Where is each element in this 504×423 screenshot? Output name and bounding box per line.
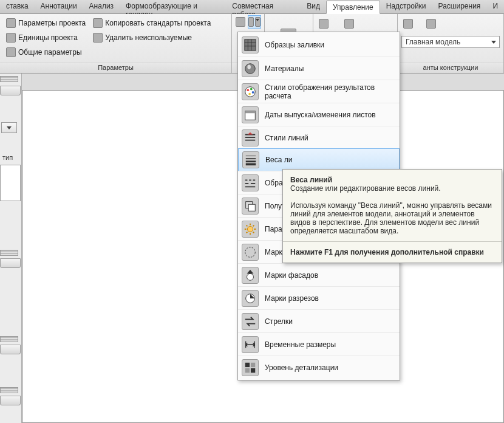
tooltip-line-weights: Веса линий Создание или редактирование в…	[282, 169, 502, 263]
panel-type-label: тип	[2, 154, 13, 161]
misc2-a[interactable]	[317, 17, 330, 30]
menu-item-fill-patterns[interactable]: Образцы заливки	[238, 33, 400, 57]
grid-icon	[344, 19, 354, 29]
svg-rect-0	[245, 40, 256, 50]
tooltip-f1: Нажмите F1 для получения дополнительной …	[290, 248, 484, 256]
units-icon	[6, 33, 16, 43]
menu-item-analysis-styles[interactable]: Стили отображения результатов расчета	[238, 80, 400, 103]
menu-item-sheet-dates[interactable]: Даты выпуска/изменения листов	[238, 103, 400, 126]
label: Марки разрезов	[265, 294, 319, 303]
tab-addins[interactable]: Надстройки	[380, 0, 432, 14]
svg-point-14	[247, 273, 254, 280]
menu-item-detail-level[interactable]: Уровень детализации	[238, 356, 400, 379]
panel-tab[interactable]	[0, 86, 21, 95]
palette-icon	[242, 83, 259, 100]
label: Марки фасадов	[265, 271, 318, 280]
menu-item-temp-dims[interactable]: Временные размеры	[238, 332, 400, 356]
ribbon-tabs: ставка Аннотации Анализ Формообразующие …	[0, 0, 504, 14]
tab-massing[interactable]: Формообразующие и генплан	[120, 0, 226, 14]
label: Временные размеры	[265, 340, 336, 349]
group-title-design-options: анты конструкции	[398, 63, 503, 73]
shared-parameters-button[interactable]: Общие параметры	[4, 46, 88, 59]
params-icon	[6, 18, 16, 28]
panel-content	[0, 165, 21, 201]
label: Веса ли	[265, 156, 292, 164]
shared-icon	[6, 47, 16, 57]
panel-divider-3[interactable]	[0, 387, 18, 393]
panel-tab-2[interactable]	[0, 258, 21, 268]
panel-tab-3[interactable]	[0, 345, 21, 354]
sphere-icon	[242, 60, 259, 77]
panel-tab-4[interactable]	[0, 396, 21, 405]
gear-icon	[236, 17, 245, 27]
menu-item-section-tags[interactable]: Марки разрезов	[238, 286, 400, 309]
svg-rect-9	[245, 111, 256, 113]
ribbon-group-parameters: Параметры проекта Единицы проекта Общие …	[0, 14, 232, 73]
dim-icon	[242, 336, 259, 353]
svg-point-13	[245, 247, 256, 257]
label: Параметры проекта	[18, 19, 86, 27]
opt-b-icon	[426, 19, 436, 29]
chevron-down-icon	[255, 17, 261, 27]
label: Стрелки	[265, 317, 293, 326]
menu-item-materials[interactable]: Материалы	[238, 57, 400, 80]
opt-b[interactable]	[424, 17, 438, 30]
weights-icon	[242, 151, 259, 168]
svg-rect-18	[245, 368, 250, 372]
tab-extensions[interactable]: Расширения	[432, 0, 487, 14]
label: Единицы проекта	[18, 33, 78, 42]
label: Образцы заливки	[265, 41, 324, 49]
label: Стили линий	[265, 134, 308, 142]
elev-icon	[242, 267, 259, 284]
settings-icon	[248, 17, 254, 27]
sun-icon	[242, 221, 259, 238]
tab-insert[interactable]: ставка	[0, 0, 35, 14]
menu-item-line-styles[interactable]: Стили линий	[238, 126, 400, 149]
project-units-button[interactable]: Единицы проекта	[4, 31, 88, 44]
design-option-combo[interactable]: Главная модель	[401, 36, 500, 48]
svg-rect-17	[251, 362, 255, 366]
dashed-icon	[242, 174, 259, 191]
label: Даты выпуска/изменения листов	[265, 111, 376, 119]
svg-point-12	[247, 226, 253, 232]
tab-cut[interactable]: И	[486, 0, 504, 14]
hatch-icon	[242, 36, 259, 53]
svg-point-2	[247, 64, 251, 69]
project-parameters-button[interactable]: Параметры проекта	[4, 16, 88, 30]
group-title-parameters: Параметры	[0, 63, 231, 73]
detail-icon	[242, 359, 259, 376]
tab-collaborate[interactable]: Совместная работа	[226, 0, 301, 14]
properties-sidebar: тип	[0, 74, 22, 423]
misc2-b[interactable]	[342, 17, 356, 30]
svg-point-6	[252, 91, 254, 94]
tooltip-title: Веса линий	[290, 176, 332, 184]
tab-analysis[interactable]: Анализ	[83, 0, 120, 14]
purge-unused-button[interactable]: Удалить неиспользуемые	[90, 31, 213, 44]
halftone-icon	[242, 198, 259, 215]
panel-divider-2[interactable]	[0, 336, 18, 342]
svg-rect-16	[245, 362, 250, 366]
ribbon-group-design-options: Главная модель анты конструкции	[398, 14, 504, 73]
tab-annotations[interactable]: Аннотации	[35, 0, 83, 14]
label: Удалить неиспользуемые	[105, 33, 192, 42]
label: Уровень детализации	[265, 363, 338, 372]
tag-icon	[242, 244, 259, 261]
svg-rect-19	[251, 368, 255, 372]
tab-manage[interactable]: Управление	[326, 1, 380, 14]
menu-item-elevation-tags[interactable]: Марки фасадов	[238, 263, 400, 286]
panel-divider-1[interactable]	[0, 250, 18, 256]
transfer-standards-button[interactable]: Копировать стандарты проекта	[90, 16, 213, 30]
label: Стили отображения результатов расчета	[265, 83, 392, 100]
panel-handle[interactable]	[0, 76, 18, 82]
calendar-icon	[242, 106, 259, 123]
settings-btn-a[interactable]	[236, 15, 245, 29]
menu-item-line-weights[interactable]: Веса ли	[238, 148, 400, 171]
tab-view[interactable]: Вид	[301, 0, 326, 14]
panel-type-dd[interactable]	[1, 122, 17, 133]
additional-settings-button[interactable]	[248, 15, 261, 29]
list-icon	[319, 19, 329, 29]
svg-point-1	[245, 63, 256, 74]
opt-a[interactable]	[401, 17, 415, 30]
menu-item-arrowheads[interactable]: Стрелки	[238, 309, 400, 332]
tooltip-body: Используя команду "Веса линий", можно уп…	[290, 201, 492, 235]
